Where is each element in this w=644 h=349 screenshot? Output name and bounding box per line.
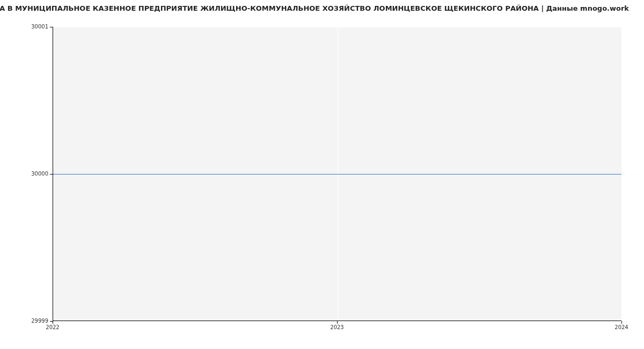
x-tick-mark <box>337 321 338 324</box>
x-tick-label: 2024 <box>605 324 638 330</box>
x-tick-mark <box>53 321 53 324</box>
gridline-vertical <box>621 27 622 321</box>
x-tick-label: 2022 <box>36 324 69 330</box>
data-line <box>53 174 621 174</box>
y-tick-label: 30000 <box>0 171 48 177</box>
chart-container: ЗАРПЛАТА В МУНИЦИПАЛЬНОЕ КАЗЕННОЕ ПРЕДПР… <box>0 0 644 349</box>
chart-title: ЗАРПЛАТА В МУНИЦИПАЛЬНОЕ КАЗЕННОЕ ПРЕДПР… <box>0 4 629 12</box>
y-tick-label: 29999 <box>0 318 48 324</box>
y-tick-label: 30001 <box>0 24 48 30</box>
gridline-horizontal <box>53 27 621 27</box>
x-tick-mark <box>621 321 622 324</box>
plot-area <box>53 27 621 321</box>
x-tick-label: 2023 <box>321 324 353 330</box>
